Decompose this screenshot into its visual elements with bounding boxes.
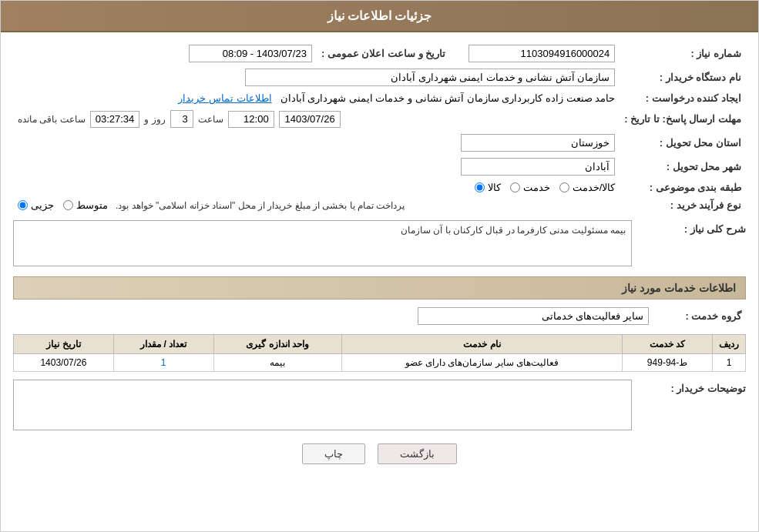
buyer-notes-textarea[interactable] — [13, 380, 632, 430]
category-khedmat-label: خدمت — [523, 182, 550, 193]
remaining-label: ساعت باقی مانده — [18, 114, 86, 125]
service-group-value: سایر فعالیت‌های خدماتی — [418, 307, 649, 325]
contact-info-link[interactable]: اطلاعات تماس خریدار — [178, 92, 271, 104]
services-table: ردیف کد خدمت نام خدمت واحد اندازه گیری ت… — [13, 334, 746, 372]
purchase-jozii-label: جزیی — [31, 199, 54, 211]
category-label: طبقه بندی موضوعی : — [620, 179, 746, 196]
purchase-motevaset-option[interactable]: متوسط — [63, 199, 108, 211]
category-kala-khedmat-option[interactable]: کالا/خدمت — [559, 182, 616, 193]
service-group-label: گروه خدمت : — [653, 304, 746, 328]
category-kala-radio[interactable] — [475, 182, 485, 192]
category-kala-option[interactable]: کالا — [475, 182, 501, 193]
category-kala-label: کالا — [488, 182, 501, 193]
buyer-org-label: نام دستگاه خریدار : — [620, 65, 746, 89]
province-label: استان محل تحویل : — [620, 131, 746, 155]
col-date: تاریخ نیاز — [14, 335, 114, 354]
deadline-date-value: 1403/07/26 — [279, 111, 341, 128]
category-khedmat-radio[interactable] — [510, 182, 520, 192]
category-kala-khedmat-radio[interactable] — [559, 182, 569, 192]
back-button[interactable]: بازگشت — [378, 443, 457, 464]
requester-label: ایجاد کننده درخواست : — [620, 89, 746, 107]
col-unit: واحد اندازه گیری — [213, 335, 341, 354]
cell-quantity: 1 — [113, 354, 213, 372]
buyer-notes-label: توضیحات خریدار : — [638, 380, 746, 394]
requester-value: حامد صنعت زاده کاربرداری سازمان آتش نشان… — [280, 92, 616, 104]
need-number-value: 1103094916000024 — [468, 45, 615, 62]
page-header: جزئیات اطلاعات نیاز — [1, 1, 758, 32]
table-row: 1 ط-94-949 فعالیت‌های سایر سازمان‌های دا… — [14, 354, 746, 372]
col-quantity: تعداد / مقدار — [113, 335, 213, 354]
deadline-days-value: 3 — [170, 110, 193, 128]
cell-name: فعالیت‌های سایر سازمان‌های دارای عضو — [341, 354, 622, 372]
description-label: شرح کلی نیاز : — [638, 220, 746, 235]
time-label: ساعت — [198, 114, 223, 125]
cell-date: 1403/07/26 — [14, 354, 114, 372]
print-button[interactable]: چاپ — [302, 443, 365, 464]
need-number-label: شماره نیاز : — [620, 42, 746, 65]
description-value: بیمه مسئولیت مدنی کارفرما در قبال کارکنا… — [401, 225, 626, 236]
purchase-note: پرداخت تمام یا بخشی از مبلغ خریدار از مح… — [116, 200, 405, 211]
category-kala-khedmat-label: کالا/خدمت — [573, 182, 616, 193]
announce-datetime-label: تاریخ و ساعت اعلان عمومی : — [317, 42, 450, 65]
cell-code: ط-94-949 — [623, 354, 713, 372]
action-buttons: بازگشت چاپ — [13, 443, 746, 464]
purchase-jozii-option[interactable]: جزیی — [18, 199, 54, 211]
page-title: جزئیات اطلاعات نیاز — [327, 9, 432, 22]
city-label: شهر محل تحویل : — [620, 155, 746, 179]
buyer-org-value: سازمان آتش نشانی و خدمات ایمنی شهرداری آ… — [245, 69, 615, 86]
purchase-type-label: نوع فرآیند خرید : — [620, 196, 746, 214]
deadline-remaining-value: 03:27:34 — [90, 111, 140, 128]
purchase-motevaset-label: متوسط — [76, 199, 108, 211]
cell-row: 1 — [713, 354, 746, 372]
col-name: نام خدمت — [341, 335, 622, 354]
col-code: کد خدمت — [623, 335, 713, 354]
cell-unit: بیمه — [213, 354, 341, 372]
response-deadline-label: مهلت ارسال پاسخ: تا تاریخ : — [620, 107, 746, 131]
purchase-jozii-radio[interactable] — [18, 200, 28, 210]
col-row: ردیف — [713, 335, 746, 354]
city-value: آبادان — [461, 158, 615, 176]
days-label: روز و — [144, 114, 165, 125]
province-value: خوزستان — [461, 134, 615, 152]
announce-datetime-value: 1403/07/23 - 08:09 — [189, 45, 312, 62]
category-khedmat-option[interactable]: خدمت — [510, 182, 550, 193]
deadline-time-value: 12:00 — [228, 111, 274, 128]
purchase-motevaset-radio[interactable] — [63, 200, 73, 210]
services-section-header: اطلاعات خدمات مورد نیاز — [13, 276, 746, 299]
